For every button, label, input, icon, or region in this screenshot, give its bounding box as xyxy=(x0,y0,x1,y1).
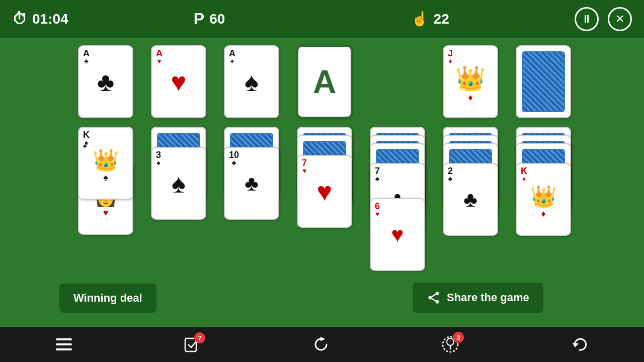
game-area: A♣ ♣ A♥ ♥ A♠ ♠ A J♦ 👑 ♦ K♠ xyxy=(0,38,644,327)
card-back-top[interactable] xyxy=(516,45,571,118)
card-jack-diamonds[interactable]: J♦ 👑 ♦ xyxy=(443,45,498,118)
moves-value: 22 xyxy=(434,11,449,27)
card-ace-spades[interactable]: A♠ ♠ xyxy=(224,45,279,118)
hand-icon: ☝ xyxy=(411,11,429,27)
close-button[interactable]: ✕ xyxy=(608,7,632,31)
controls-section: ⏸ ✕ xyxy=(575,7,632,31)
card-ace-hearts[interactable]: A♥ ♥ xyxy=(151,45,206,118)
card-6-hearts[interactable]: 6♥ ♥ xyxy=(370,198,425,271)
refresh-button[interactable] xyxy=(312,336,330,353)
svg-rect-6 xyxy=(56,343,72,345)
moves-section: ☝ 22 xyxy=(411,11,449,27)
hint-button[interactable]: 3 xyxy=(442,336,459,353)
bottom-bar: 7 3 xyxy=(0,327,644,362)
svg-rect-5 xyxy=(56,338,72,340)
timer-value: 01:04 xyxy=(32,11,68,27)
card-7-hearts[interactable]: 7♥ ♥ xyxy=(297,155,352,228)
winning-deal-button[interactable]: Winning deal xyxy=(59,284,156,313)
card-10-clubs[interactable]: 10♣ ♣ xyxy=(224,147,279,220)
deals-badge: 7 xyxy=(194,332,205,343)
svg-rect-7 xyxy=(56,348,72,350)
hint-badge: 3 xyxy=(453,332,464,343)
svg-line-4 xyxy=(432,295,436,297)
card-king-spades[interactable]: K♠ ♠ 👑 ♠ xyxy=(78,127,133,200)
card-ace-selected[interactable]: A xyxy=(297,45,352,118)
deals-button[interactable]: 7 xyxy=(184,336,200,352)
share-game-button[interactable]: Share the game xyxy=(413,283,543,313)
refresh-icon xyxy=(312,336,330,353)
share-game-label: Share the game xyxy=(447,291,529,304)
menu-button[interactable] xyxy=(56,338,72,350)
points-icon: P xyxy=(194,10,204,28)
card-2-clubs[interactable]: 2♣ ♣ xyxy=(443,163,498,236)
svg-point-10 xyxy=(447,338,454,345)
menu-icon xyxy=(56,338,72,350)
card-king-diamonds[interactable]: K♦ 👑 ♦ xyxy=(516,163,571,236)
points-section: P 60 xyxy=(194,10,225,28)
timer-section: ⏱ 01:04 xyxy=(12,11,68,28)
pause-button[interactable]: ⏸ xyxy=(575,7,599,31)
svg-point-1 xyxy=(429,296,432,300)
points-value: 60 xyxy=(209,11,225,27)
svg-point-2 xyxy=(436,300,439,304)
winning-deal-label: Winning deal xyxy=(73,292,142,305)
card-ace-clubs[interactable]: A♣ ♣ xyxy=(78,45,133,118)
svg-point-0 xyxy=(436,292,439,295)
undo-button[interactable] xyxy=(571,336,588,353)
undo-icon xyxy=(571,336,588,353)
card-3-spades[interactable]: 3♠ ♠ xyxy=(151,147,206,220)
svg-line-3 xyxy=(432,299,436,301)
share-icon xyxy=(427,291,441,305)
timer-icon: ⏱ xyxy=(12,11,27,28)
top-bar: ⏱ 01:04 P 60 ☝ 22 ⏸ ✕ xyxy=(0,0,644,38)
